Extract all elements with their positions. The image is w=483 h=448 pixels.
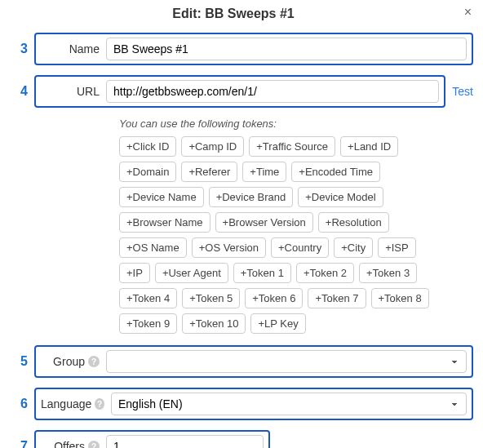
token-button[interactable]: +Device Model [298,187,383,207]
token-button[interactable]: +City [334,237,373,258]
token-button[interactable]: +Token 9 [119,313,177,334]
token-button[interactable]: +User Agent [155,263,228,283]
language-select[interactable]: English (EN) [111,393,467,415]
token-button[interactable]: +Country [271,237,329,258]
token-button[interactable]: +Token 6 [245,288,303,308]
token-button[interactable]: +ISP [378,237,416,258]
token-button[interactable]: +Token 8 [371,288,429,308]
help-icon[interactable]: ? [88,356,100,367]
token-button[interactable]: +OS Name [119,237,187,258]
dialog-title: Edit: BB Sweeps #1 [10,7,473,21]
token-button[interactable]: +Resolution [318,212,389,233]
token-button[interactable]: +LP Key [250,313,305,334]
token-button[interactable]: +Camp ID [181,136,244,157]
token-button[interactable]: +Browser Version [215,212,313,233]
language-label: Language ? [41,397,104,410]
token-button[interactable]: +Token 1 [233,263,291,283]
token-button[interactable]: +Time [242,162,286,182]
token-button[interactable]: +Click ID [119,136,176,157]
annotation-7: 7 [10,439,28,448]
offers-label: Offers ? [41,440,100,448]
close-icon[interactable]: × [464,5,472,20]
annotation-6: 6 [10,397,28,411]
token-button[interactable]: +IP [119,263,150,283]
url-label: URL [41,85,100,98]
group-label: Group ? [41,355,100,368]
token-button[interactable]: +Token 7 [308,288,366,308]
annotation-4: 4 [10,84,28,99]
token-button[interactable]: +Domain [119,162,176,182]
token-button[interactable]: +Token 10 [182,313,246,334]
token-button[interactable]: +Token 5 [182,288,240,308]
help-icon[interactable]: ? [95,398,104,410]
token-button[interactable]: +Encoded Time [291,162,380,182]
url-input[interactable] [106,80,439,103]
token-button[interactable]: +Token 3 [359,263,417,283]
tokens-container: +Click ID+Camp ID+Traffic Source+Land ID… [119,136,441,334]
offers-input[interactable] [106,435,264,448]
token-button[interactable]: +Traffic Source [249,136,335,157]
token-button[interactable]: +Token 2 [296,263,354,283]
token-button[interactable]: +Land ID [340,136,398,157]
help-icon[interactable]: ? [88,441,100,448]
token-button[interactable]: +Referer [181,162,237,182]
group-select[interactable] [106,350,467,373]
name-input[interactable] [106,38,467,60]
tokens-hint: You can use the following tokens: [119,118,473,130]
annotation-3: 3 [10,42,28,56]
token-button[interactable]: +Device Name [119,187,204,207]
token-button[interactable]: +Device Brand [209,187,294,207]
annotation-5: 5 [10,354,28,369]
token-button[interactable]: +OS Version [192,237,266,258]
token-button[interactable]: +Token 4 [119,288,177,308]
test-link[interactable]: Test [452,85,473,98]
name-label: Name [41,42,100,55]
token-button[interactable]: +Browser Name [119,212,210,233]
